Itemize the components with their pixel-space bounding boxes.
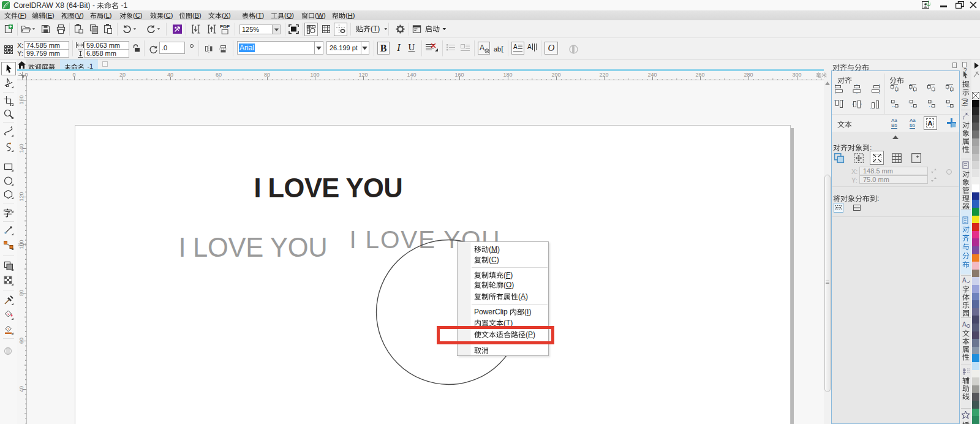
svg-text:A: A <box>962 277 967 284</box>
svg-text:A: A <box>527 44 532 50</box>
svg-text:A: A <box>513 44 518 50</box>
svg-text:A: A <box>962 321 967 328</box>
